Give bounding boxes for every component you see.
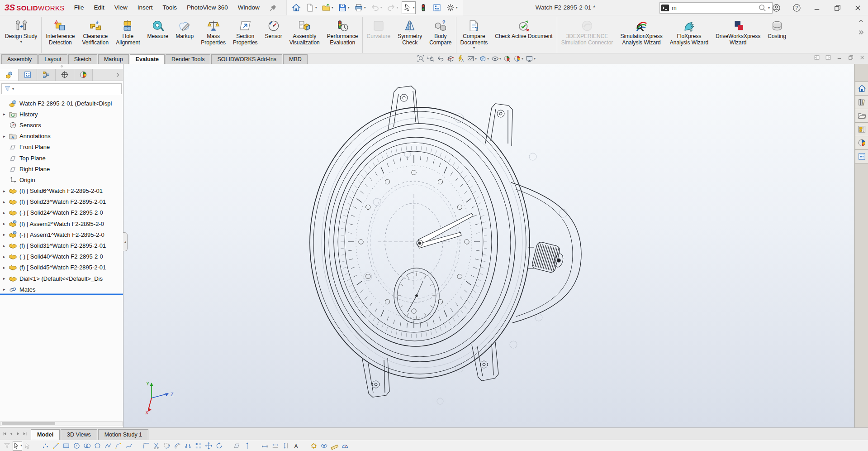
dropdown-arrow-icon[interactable]: ▾ — [487, 57, 489, 61]
restore-button[interactable] — [832, 2, 843, 14]
taskpane-file-explorer-tab[interactable] — [855, 109, 868, 123]
displaymanager-tab[interactable] — [74, 69, 93, 81]
select-other-tool[interactable] — [23, 441, 33, 451]
tree-filter-box[interactable]: ▾ — [1, 83, 122, 94]
expand-arrow-icon[interactable]: ▸ — [3, 189, 9, 193]
panel-collapse-flap[interactable]: ◂ — [123, 232, 128, 251]
ribbon-clearance-verification[interactable]: ClearanceVerification — [78, 17, 112, 53]
dropdown-arrow-icon[interactable]: ▾ — [348, 5, 350, 10]
expand-arrow-icon[interactable]: ▸ — [3, 200, 9, 204]
file-properties-button[interactable] — [431, 1, 443, 14]
taskpane-design-library-tab[interactable] — [855, 95, 868, 109]
expand-arrow-icon[interactable]: ▸ — [3, 254, 9, 259]
angle-dimension-tool[interactable] — [340, 441, 350, 451]
ribbon-markup[interactable]: Markup — [172, 17, 197, 53]
ribbon-costing[interactable]: Costing — [764, 17, 790, 53]
minimize-button[interactable] — [811, 2, 823, 14]
ribbon-performance-evaluation[interactable]: PerformanceEvaluation — [323, 17, 362, 53]
trim-entities-tool[interactable] — [152, 441, 161, 451]
zoom-to-fit-button[interactable] — [416, 54, 426, 63]
ribbon-compare-documents[interactable]: ?CompareDocuments▾ — [457, 17, 492, 53]
dropdown-arrow-icon[interactable]: ▾ — [315, 5, 317, 10]
reference-plane-tool[interactable] — [232, 441, 242, 451]
tree-item-front-plane[interactable]: ▸ Front Plane — [0, 142, 123, 153]
polygon-tool[interactable] — [93, 441, 102, 451]
menu-insert[interactable]: Insert — [133, 1, 158, 14]
ribbon-mass-properties[interactable]: MassProperties — [197, 17, 229, 53]
tree-item-solid24[interactable]: ▸ (-) [ Solid24^Watch F2-2895-2-0 — [0, 207, 123, 218]
reference-axis-tool[interactable] — [242, 441, 252, 451]
previous-view-button[interactable] — [436, 54, 446, 63]
tree-item-solid45[interactable]: ▸ (f) [ Solid45^Watch F2-2895-2-01 — [0, 262, 123, 273]
menu-photoview-360[interactable]: PhotoView 360 — [182, 1, 233, 14]
appearances-button[interactable]: ▾ — [512, 54, 524, 63]
corner-rectangle-tool[interactable] — [62, 441, 71, 451]
tab-mbd[interactable]: MBD — [283, 54, 308, 64]
expand-arrow-icon[interactable]: ▸ — [3, 265, 9, 270]
hide-show-items-button[interactable]: ▾ — [490, 54, 502, 63]
doc-tab-3d-views[interactable]: 3D Views — [61, 429, 97, 440]
note-tool[interactable]: A — [291, 441, 301, 451]
tree-horizontal-scrollbar[interactable] — [0, 421, 123, 426]
menu-edit[interactable]: Edit — [89, 1, 109, 14]
tree-item-history[interactable]: ▸ History — [0, 109, 123, 120]
spline-tool[interactable] — [124, 441, 133, 451]
tab-scroll-first-button[interactable] — [1, 428, 8, 440]
taskpane-view-palette-tab[interactable] — [855, 122, 868, 136]
dropdown-arrow-icon[interactable]: ▾ — [397, 5, 398, 10]
ribbon-body-compare[interactable]: ?BodyCompare — [426, 17, 455, 53]
polyline-tool[interactable] — [103, 441, 113, 451]
login-button[interactable] — [771, 2, 782, 14]
tree-item-solid31[interactable]: ▸ (f) [ Solid31^Watch F2-2895-2-01 — [0, 240, 123, 251]
collapse-right-pane-button[interactable] — [825, 54, 831, 62]
document-minimize-button[interactable] — [836, 54, 843, 62]
panel-splitter-handle[interactable] — [0, 64, 123, 69]
search-box[interactable]: ▾ — [659, 2, 773, 14]
dynamic-annotation-views-button[interactable]: A — [456, 54, 465, 63]
ribbon-simulationxpress-analysis-wizard[interactable]: SimulationXpressAnalysis Wizard — [617, 17, 666, 53]
apply-scene-button[interactable]: ▾ — [466, 54, 478, 63]
dropdown-arrow-icon[interactable]: ▾ — [380, 5, 382, 10]
ribbon-hole-alignment[interactable]: HoleAlignment — [112, 17, 143, 53]
expand-arrow-icon[interactable]: ▸ — [3, 287, 9, 292]
dropdown-arrow-icon[interactable]: ▾ — [475, 57, 477, 61]
section-view-button[interactable] — [446, 54, 455, 63]
expand-arrow-icon[interactable]: ▸ — [3, 134, 9, 139]
pin-icon[interactable] — [268, 3, 278, 13]
hide-show-tool[interactable] — [319, 441, 329, 451]
dropdown-arrow-icon[interactable]: ▾ — [413, 5, 415, 10]
offset-entities-tool[interactable] — [173, 441, 182, 451]
circle-tool[interactable] — [72, 441, 81, 451]
selection-filter-tool[interactable] — [2, 441, 12, 451]
mirror-entities-tool[interactable] — [183, 441, 193, 451]
taskpane-appearances-tab[interactable] — [855, 136, 868, 150]
sketch-fillet-tool[interactable] — [142, 441, 151, 451]
tab-scroll-prev-button[interactable] — [8, 428, 14, 440]
move-entities-tool[interactable] — [204, 441, 213, 451]
tab-solidworks-add-ins[interactable]: SOLIDWORKS Add-Ins — [211, 54, 282, 64]
edit-appearance-button[interactable] — [503, 54, 512, 63]
perimeter-circle-tool[interactable] — [82, 441, 92, 451]
traffic-light-button[interactable] — [417, 1, 429, 14]
redo-button[interactable]: ▾ — [385, 1, 400, 14]
dropdown-arrow-icon[interactable]: ▾ — [364, 5, 366, 10]
doc-tab-motion-study-1[interactable]: Motion Study 1 — [98, 429, 148, 440]
vertical-dimension-tool[interactable] — [281, 441, 290, 451]
view-orientation-button[interactable]: ▾ — [478, 54, 490, 63]
tree-item-root[interactable]: ▸ Watch F2-2895-2-01 (Default<Displ — [0, 98, 123, 109]
doc-tab-model[interactable]: Model — [31, 429, 60, 440]
tree-item-mates[interactable]: ▸ Mates — [0, 284, 123, 295]
taskpane-custom-properties-tab[interactable] — [855, 149, 868, 163]
dropdown-arrow-icon[interactable]: ▾ — [534, 57, 536, 61]
tree-item-assem2[interactable]: ▸ (f) [ Assem2^Watch F2-2895-2-0 — [0, 218, 123, 229]
tree-item-top-plane[interactable]: ▸ Top Plane — [0, 153, 123, 163]
tree-item-sensors[interactable]: ▸ Sensors — [0, 120, 123, 130]
menu-window[interactable]: Window — [233, 1, 265, 14]
smart-dimension-tool[interactable] — [260, 441, 270, 451]
tree-item-dial[interactable]: ▸ Dial<1> (Default<<Default>_Dis — [0, 273, 123, 284]
configurationmanager-tab[interactable] — [37, 69, 56, 81]
tree-item-assem1[interactable]: ▸ (-) [ Assem1^Watch F2-2895-2-0 — [0, 229, 123, 240]
arc-tool[interactable] — [114, 441, 123, 451]
document-close-button[interactable] — [859, 54, 865, 62]
dropdown-arrow-icon[interactable]: ▾ — [499, 57, 501, 61]
